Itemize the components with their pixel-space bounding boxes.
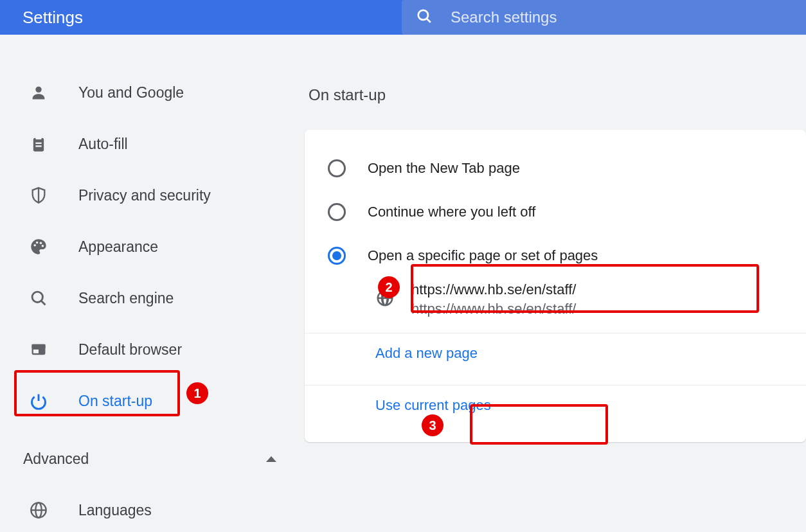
svg-line-1 xyxy=(427,19,430,22)
radio-option-new-tab[interactable]: Open the New Tab page xyxy=(305,146,806,190)
startup-card: Open the New Tab page Continue where you… xyxy=(305,130,806,442)
sidebar-item-label: You and Google xyxy=(78,84,184,102)
svg-line-12 xyxy=(42,301,46,305)
sidebar-advanced-toggle[interactable]: Advanced xyxy=(19,433,309,484)
person-icon xyxy=(26,84,51,102)
add-new-page-button[interactable]: Add a new page xyxy=(375,345,478,362)
svg-point-2 xyxy=(35,87,41,93)
browser-icon xyxy=(26,341,51,359)
page-title: Settings xyxy=(22,8,402,28)
radio-option-continue[interactable]: Continue where you left off xyxy=(305,190,806,234)
search-icon xyxy=(416,8,433,27)
svg-point-0 xyxy=(418,10,428,20)
svg-point-9 xyxy=(40,242,42,244)
svg-rect-15 xyxy=(33,350,39,353)
sidebar-item-search-engine[interactable]: Search engine xyxy=(19,272,309,324)
chevron-up-icon xyxy=(266,456,276,462)
power-icon xyxy=(26,392,51,410)
search-input[interactable] xyxy=(451,8,708,26)
sidebar-item-label: Privacy and security xyxy=(78,187,211,204)
sidebar-item-label: On start-up xyxy=(78,393,152,410)
sidebar-item-auto-fill[interactable]: Auto-fill xyxy=(19,118,309,170)
svg-rect-6 xyxy=(35,145,41,146)
svg-point-7 xyxy=(33,244,36,247)
svg-point-8 xyxy=(36,242,39,244)
startup-page-entry[interactable]: https://www.hb.se/en/staff/ https://www.… xyxy=(305,278,806,321)
sidebar-item-label: Auto-fill xyxy=(78,136,128,153)
search-container[interactable] xyxy=(402,0,806,35)
sidebar: You and Google Auto-fill Privacy and sec… xyxy=(0,35,309,532)
sidebar-item-appearance[interactable]: Appearance xyxy=(19,221,309,272)
add-page-row: Add a new page xyxy=(305,333,806,373)
palette-icon xyxy=(26,238,51,256)
sidebar-item-on-start-up[interactable]: On start-up xyxy=(19,375,309,427)
svg-rect-14 xyxy=(32,344,46,348)
sidebar-item-label: Search engine xyxy=(78,290,174,307)
radio-label: Open a specific page or set of pages xyxy=(368,247,598,264)
use-current-row: Use current pages xyxy=(305,385,806,425)
sidebar-item-label: Languages xyxy=(78,502,152,519)
use-current-pages-button[interactable]: Use current pages xyxy=(375,397,491,414)
radio-icon xyxy=(328,203,346,221)
shield-icon xyxy=(26,186,51,204)
radio-icon-selected xyxy=(328,247,346,265)
sidebar-item-default-browser[interactable]: Default browser xyxy=(19,324,309,375)
section-title: On start-up xyxy=(309,86,806,104)
svg-rect-4 xyxy=(35,136,41,139)
radio-option-specific-pages[interactable]: Open a specific page or set of pages xyxy=(305,234,806,278)
svg-point-11 xyxy=(32,292,42,302)
radio-label: Open the New Tab page xyxy=(368,160,520,177)
sidebar-item-you-and-google[interactable]: You and Google xyxy=(19,67,309,118)
radio-label: Continue where you left off xyxy=(368,204,535,220)
svg-point-10 xyxy=(42,245,44,247)
clipboard-icon xyxy=(26,135,51,153)
svg-rect-3 xyxy=(33,138,44,152)
page-entry-url: https://www.hb.se/en/staff/ xyxy=(411,301,576,317)
globe-icon xyxy=(375,288,395,310)
sidebar-item-label: Appearance xyxy=(78,238,158,256)
search-icon xyxy=(26,289,51,307)
sidebar-item-privacy-security[interactable]: Privacy and security xyxy=(19,170,309,221)
sidebar-item-languages[interactable]: Languages xyxy=(19,484,309,532)
svg-rect-5 xyxy=(35,143,41,144)
advanced-label: Advanced xyxy=(23,450,89,468)
main-panel: On start-up Open the New Tab page Contin… xyxy=(309,35,806,532)
radio-icon xyxy=(328,159,346,177)
page-entry-title: https://www.hb.se/en/staff/ xyxy=(411,281,576,298)
globe-icon xyxy=(26,501,51,519)
sidebar-item-label: Default browser xyxy=(78,341,182,359)
header-bar: Settings xyxy=(0,0,806,35)
